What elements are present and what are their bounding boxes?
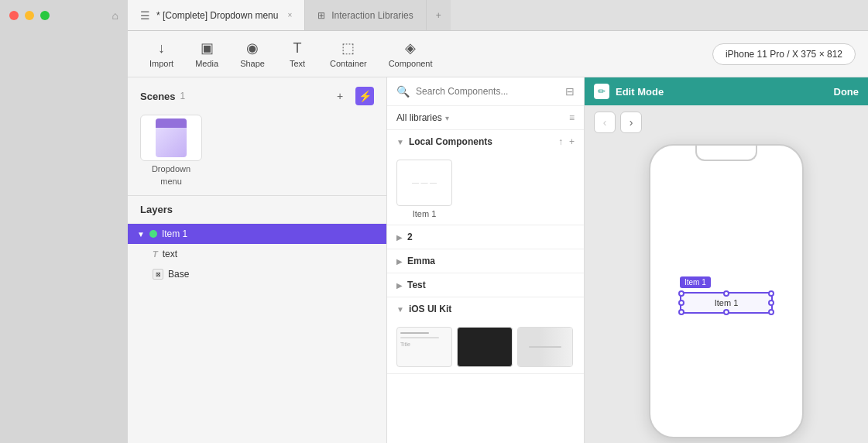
handle-bottom-mid[interactable]: [723, 309, 729, 315]
content-area: Scenes 1 + ⚡ Dropdown: [128, 77, 868, 443]
inactive-tab-label: Interaction Libraries: [331, 10, 413, 21]
layer-item-text[interactable]: T text: [128, 244, 386, 264]
local-comp-arrow: ▼: [396, 138, 404, 146]
ios-thumb-dark[interactable]: [457, 327, 513, 367]
canvas-viewport: Item 1 Item 1: [585, 139, 868, 443]
active-tab[interactable]: ☰ * [Complete] Dropdown menu ×: [128, 0, 305, 30]
minimize-traffic-light[interactable]: [25, 11, 34, 20]
handle-top-right[interactable]: [768, 290, 774, 297]
toolbar-right: iPhone 11 Pro / X 375 × 812: [712, 43, 856, 65]
local-components-section: ▼ Local Components ↑ + — — — Item 1: [387, 130, 584, 225]
scenes-title: Scenes: [140, 91, 176, 102]
toolbar-container[interactable]: ⬚ Container: [321, 35, 376, 73]
selected-element-container: Item 1 Item 1: [680, 292, 773, 314]
toolbar-media[interactable]: ▣ Media: [186, 35, 228, 73]
local-comp-header[interactable]: ▼ Local Components ↑ +: [387, 130, 584, 153]
section-2: ▶ 2: [387, 225, 584, 249]
component-label: Component: [389, 59, 433, 68]
scene-label: Dropdown: [152, 164, 190, 173]
search-input[interactable]: [416, 86, 559, 97]
layer-item-1[interactable]: ▼ Item 1: [128, 224, 386, 244]
scenes-grid: Dropdown menu: [140, 115, 374, 186]
components-panel: 🔍 ⊟ All libraries ▾ ≡ ▼ Local Components…: [387, 77, 585, 443]
active-tab-label: * [Complete] Dropdown menu: [156, 10, 278, 21]
layer-item-base[interactable]: ⊠ Base: [128, 264, 386, 284]
forward-btn[interactable]: ›: [620, 112, 642, 133]
test-arrow: ▶: [396, 281, 403, 290]
selected-element[interactable]: Item 1: [680, 292, 773, 314]
section-2-arrow: ▶: [396, 233, 403, 242]
section-test-header[interactable]: ▶ Test: [387, 273, 584, 297]
comp-item-1[interactable]: — — — Item 1: [396, 160, 452, 218]
layer-text-label: text: [163, 249, 177, 259]
layer-item-1-label: Item 1: [162, 228, 187, 239]
list-icon[interactable]: ≡: [569, 112, 575, 123]
maximize-traffic-light[interactable]: [40, 11, 50, 20]
handle-bottom-right[interactable]: [768, 309, 774, 315]
handle-mid-left[interactable]: [678, 300, 684, 306]
grid-view-icon[interactable]: ⊟: [565, 85, 575, 98]
section-emma-header[interactable]: ▶ Emma: [387, 249, 584, 273]
libraries-selector[interactable]: All libraries ▾ ≡: [387, 106, 584, 130]
phone-notch: [695, 146, 757, 161]
libraries-arrow: ▾: [445, 114, 449, 122]
toolbar-text[interactable]: T Text: [277, 36, 317, 73]
toolbar: ↓ Import ▣ Media ◉ Shape T Text ⬚ Contai…: [128, 31, 868, 77]
home-icon: ⌂: [112, 9, 118, 22]
add-comp-icon[interactable]: +: [569, 136, 575, 147]
phone-content: Item 1 Item 1: [650, 169, 802, 437]
mac-sidebar: ⌂: [0, 0, 128, 443]
local-comp-actions: ↑ +: [558, 136, 575, 147]
scene-thumbnail: [140, 115, 202, 161]
shape-icon: ◉: [246, 39, 259, 57]
section-2-title: 2: [407, 232, 413, 242]
import-icon: ↓: [158, 40, 165, 57]
toolbar-import[interactable]: ↓ Import: [140, 36, 183, 73]
emma-arrow: ▶: [396, 257, 403, 266]
ios-arrow: ▼: [396, 305, 404, 314]
close-traffic-light[interactable]: [9, 11, 19, 20]
sort-icon[interactable]: ↑: [558, 136, 563, 147]
tab-close-btn[interactable]: ×: [287, 11, 292, 19]
comp-search-bar: 🔍 ⊟: [387, 77, 584, 106]
toolbar-shape[interactable]: ◉ Shape: [231, 35, 274, 73]
container-label: Container: [330, 59, 367, 68]
mac-titlebar: ⌂: [0, 0, 128, 31]
ios-title: iOS UI Kit: [409, 304, 451, 314]
ios-grid: Title: [387, 321, 584, 373]
done-btn[interactable]: Done: [834, 86, 859, 98]
app-main: ☰ * [Complete] Dropdown menu × ⊞ Interac…: [128, 0, 868, 443]
scene-thumb-top: [156, 118, 187, 128]
scene-lightning-btn[interactable]: ⚡: [355, 87, 374, 105]
handle-mid-right[interactable]: [768, 300, 774, 306]
toolbar-component[interactable]: ◈ Component: [379, 35, 442, 73]
scene-card[interactable]: Dropdown menu: [140, 115, 202, 186]
text-type-icon: T: [153, 249, 158, 259]
back-btn[interactable]: ‹: [594, 112, 616, 133]
add-tab-btn[interactable]: +: [427, 0, 451, 30]
add-scene-btn[interactable]: +: [331, 87, 349, 105]
element-label-tag: Item 1: [680, 276, 711, 288]
handle-top-mid[interactable]: [723, 290, 729, 297]
inactive-tab[interactable]: ⊞ Interaction Libraries: [305, 0, 426, 30]
section-2-header[interactable]: ▶ 2: [387, 225, 584, 249]
test-title: Test: [407, 280, 426, 290]
ios-kit-header[interactable]: ▼ iOS UI Kit: [387, 297, 584, 321]
left-panel: Scenes 1 + ⚡ Dropdown: [128, 77, 387, 443]
layer-expand-arrow: ▼: [137, 230, 145, 239]
handle-top-left[interactable]: [678, 290, 684, 297]
search-icon: 🔍: [396, 85, 410, 98]
media-label: Media: [195, 59, 218, 68]
import-label: Import: [149, 59, 173, 68]
ios-thumb-gray[interactable]: [517, 327, 573, 367]
tab-doc-icon: ☰: [140, 9, 150, 22]
text-icon: T: [293, 40, 301, 57]
device-selector[interactable]: iPhone 11 Pro / X 375 × 812: [712, 43, 856, 65]
edit-mode-icon: ✏: [594, 84, 609, 99]
section-ios: ▼ iOS UI Kit Title: [387, 297, 584, 374]
local-comp-grid: — — — Item 1: [387, 153, 584, 225]
ios-thumb-light[interactable]: Title: [396, 327, 452, 367]
section-emma: ▶ Emma: [387, 249, 584, 273]
handle-bottom-left[interactable]: [678, 309, 684, 315]
comp-item-1-thumb: — — —: [396, 160, 452, 206]
